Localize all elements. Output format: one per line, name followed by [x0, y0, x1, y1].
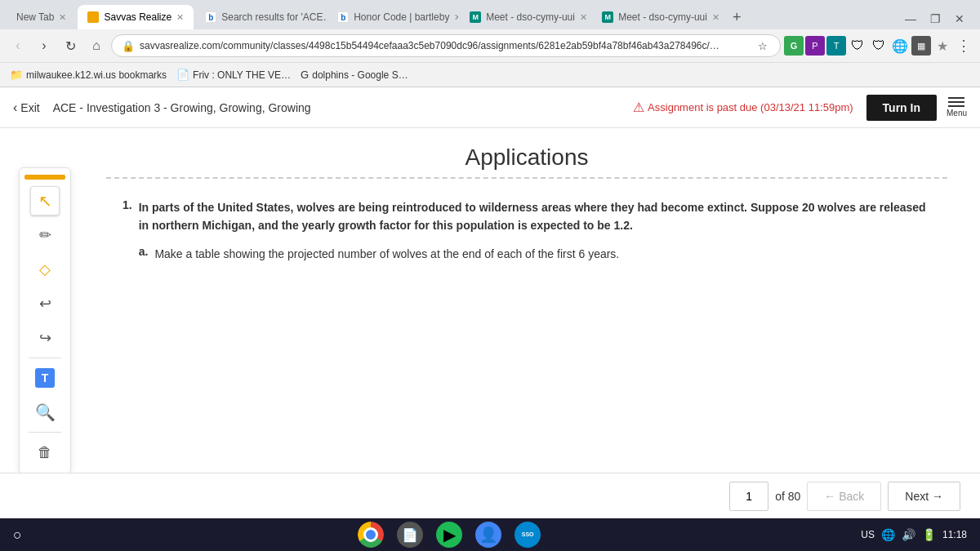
tab-meet2-label: Meet - dso-cymy-uui — [618, 11, 707, 23]
page-number-input[interactable] — [729, 482, 768, 511]
minimize-button[interactable]: — — [900, 8, 921, 29]
exit-button[interactable]: ‹ Exit — [13, 100, 40, 115]
tab-close-new-tab[interactable]: ✕ — [59, 12, 66, 23]
bookmark-dolphins[interactable]: G dolphins - Google S… — [301, 69, 408, 81]
pencil-icon: ✏ — [39, 226, 51, 244]
text-tool-button[interactable]: T — [30, 363, 60, 393]
back-button[interactable]: ‹ — [7, 34, 29, 57]
warning-icon: ⚠ — [633, 100, 644, 115]
search-favicon: b — [205, 11, 216, 23]
clock: 11:18 — [942, 529, 967, 540]
menu-label: Menu — [947, 109, 967, 118]
tab-meet2[interactable]: M Meet - dso-cymy-uui ✕ — [592, 5, 723, 29]
ext-shield2-icon[interactable]: 🛡 — [869, 36, 889, 56]
title-divider — [106, 177, 947, 179]
question-1-row: 1. In parts of the United States, wolves… — [122, 198, 931, 263]
next-button[interactable]: Next → — [888, 482, 960, 511]
taskbar-right: US 🌐 🔊 🔋 11:18 — [861, 528, 967, 541]
files-app-icon[interactable]: 📄 — [397, 522, 423, 548]
redo-icon: ↪ — [39, 329, 51, 347]
question-1-text: In parts of the United States, wolves ar… — [139, 198, 931, 235]
ext-purple-icon[interactable]: P — [805, 36, 825, 56]
ext-teal-icon[interactable]: T — [826, 36, 846, 56]
exit-label: Exit — [20, 101, 39, 114]
ext-star-icon[interactable]: ★ — [933, 36, 952, 56]
tab-new-tab[interactable]: New Tab ✕ — [7, 5, 76, 29]
text-icon: T — [35, 368, 55, 388]
honor-favicon-icon: b — [337, 11, 349, 23]
tab-close-meet2[interactable]: ✕ — [712, 12, 719, 23]
tab-search[interactable]: b Search results for 'ACE… ✕ — [195, 5, 326, 29]
tab-bar: New Tab ✕ Savvas Realize ✕ b Search resu… — [0, 0, 980, 29]
close-window-button[interactable]: ✕ — [949, 8, 970, 29]
sub-a-text: Make a table showing the projected numbe… — [154, 245, 619, 263]
eraser-tool-button[interactable]: ◇ — [30, 255, 60, 284]
back-button-pagination[interactable]: ← Back — [807, 482, 881, 511]
delete-button[interactable]: 🗑 — [30, 438, 60, 467]
tab-meet1[interactable]: M Meet - dso-cymy-uui ✕ — [460, 5, 590, 29]
search-favicon-icon: b — [205, 11, 216, 23]
sso-app-icon[interactable]: SSO — [514, 522, 541, 548]
forward-button[interactable]: › — [33, 34, 56, 57]
menu-button[interactable]: Menu — [947, 97, 967, 118]
redo-button[interactable]: ↪ — [30, 323, 60, 353]
os-circle-icon: ○ — [13, 527, 22, 543]
content-area: Applications 1. In parts of the United S… — [90, 128, 980, 473]
toolbar: ↖ ✏ ◇ ↩ ↪ T 🔍 🗑 — [0, 128, 90, 473]
savvas-favicon-icon — [87, 11, 99, 23]
ext-shield1-icon[interactable]: 🛡 — [848, 36, 867, 56]
restore-button[interactable]: ❐ — [924, 8, 946, 29]
page-of-label: of 80 — [775, 490, 800, 503]
meet2-favicon-icon: M — [602, 11, 613, 23]
zoom-tool-button[interactable]: 🔍 — [30, 398, 60, 427]
person-app-icon[interactable]: 👤 — [475, 522, 501, 548]
sub-a-label: a. — [139, 245, 149, 263]
cursor-icon: ↖ — [38, 191, 52, 211]
chrome-app-icon[interactable] — [358, 522, 384, 548]
bookmark-star-icon[interactable]: ☆ — [755, 38, 770, 53]
question-1-number: 1. — [122, 198, 132, 263]
bookmark-dolphins-favicon: G — [301, 69, 309, 81]
tab-close-savvas[interactable]: ✕ — [176, 12, 184, 23]
url-bar[interactable]: 🔒 savvasrealize.com/community/classes/44… — [111, 34, 781, 57]
select-tool-button[interactable]: ↖ — [30, 186, 60, 216]
new-tab-button[interactable]: + — [724, 5, 749, 29]
bookmark-milwaukee[interactable]: 📁 milwaukee.k12.wi.us bookmarks — [10, 69, 167, 81]
bookmark-friv[interactable]: 📄 Friv : ONLY THE VE… — [176, 69, 291, 81]
play-app-icon[interactable]: ▶ — [436, 522, 462, 548]
battery-icon: 🔋 — [922, 528, 936, 541]
meet2-favicon: M — [602, 11, 613, 23]
tab-search-label: Search results for 'ACE… — [221, 11, 326, 23]
trash-icon: 🗑 — [38, 444, 52, 461]
toolbar-container: ↖ ✏ ◇ ↩ ↪ T 🔍 🗑 — [19, 167, 71, 473]
tab-savvas[interactable]: Savvas Realize ✕ — [78, 5, 194, 29]
sso-label: SSO — [522, 531, 534, 538]
region-label: US — [861, 529, 875, 540]
undo-icon: ↩ — [39, 295, 51, 313]
turn-in-button[interactable]: Turn In — [866, 95, 937, 121]
pencil-tool-button[interactable]: ✏ — [30, 220, 60, 250]
question-1-block: 1. In parts of the United States, wolves… — [106, 198, 947, 263]
refresh-button[interactable]: ↻ — [59, 34, 82, 57]
os-taskbar: ○ 📄 ▶ 👤 SSO US 🌐 🔊 🔋 11:18 — [0, 518, 980, 551]
bookmark-milwaukee-label: milwaukee.k12.wi.us bookmarks — [26, 69, 167, 81]
ext-menu-icon[interactable]: ⋮ — [954, 36, 973, 56]
ext-circle-icon[interactable]: 🌐 — [890, 36, 910, 56]
tab-label: New Tab — [16, 11, 54, 23]
footer: of 80 ← Back Next → — [0, 473, 980, 518]
lock-icon: 🔒 — [122, 40, 135, 52]
hamburger-icon — [948, 97, 964, 107]
undo-button[interactable]: ↩ — [30, 289, 60, 318]
browser-chrome: New Tab ✕ Savvas Realize ✕ b Search resu… — [0, 0, 980, 87]
window-controls: — ❐ ✕ — [900, 8, 973, 29]
tab-close-honor[interactable]: ✕ — [454, 12, 458, 23]
tab-savvas-label: Savvas Realize — [104, 11, 172, 23]
tab-honor-label: Honor Code | bartleby — [354, 11, 449, 23]
tab-close-meet1[interactable]: ✕ — [580, 12, 587, 23]
home-button[interactable]: ⌂ — [85, 34, 108, 57]
ext-square-icon[interactable]: ▦ — [911, 36, 931, 56]
bookmark-dolphins-label: dolphins - Google S… — [312, 69, 408, 81]
volume-icon: 🔊 — [902, 528, 915, 541]
ext-green-icon[interactable]: G — [784, 36, 804, 56]
tab-honor[interactable]: b Honor Code | bartleby ✕ — [327, 5, 458, 29]
